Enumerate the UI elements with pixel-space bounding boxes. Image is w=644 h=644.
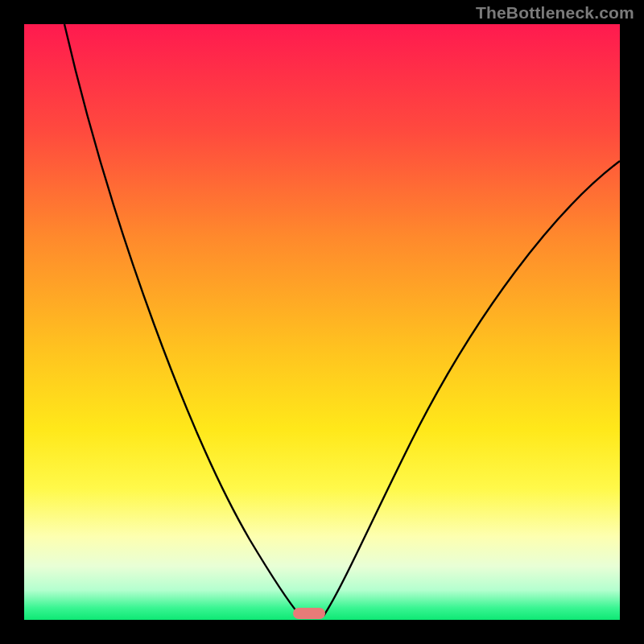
gradient-plot-area [24, 24, 620, 620]
bottleneck-curve [24, 24, 620, 620]
optimum-marker [293, 608, 325, 619]
curve-right [324, 161, 620, 616]
curve-left [64, 24, 300, 616]
watermark-text: TheBottleneck.com [476, 3, 634, 23]
chart-frame: TheBottleneck.com [0, 0, 644, 644]
